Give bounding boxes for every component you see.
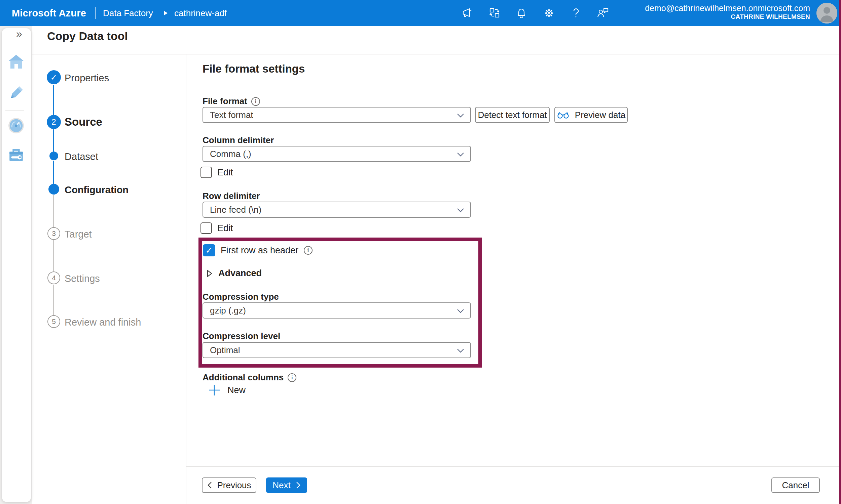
row-delimiter-dropdown[interactable]: Line feed (\n) [203,202,471,218]
manage-toolbox-icon[interactable] [7,146,25,164]
chevron-right-icon [295,482,301,489]
add-new-column-button[interactable]: New [208,384,245,396]
account-email: demo@cathrinewilhelmsen.onmicrosoft.com [645,3,810,13]
file-format-value: Text format [210,110,253,120]
breadcrumb-resource[interactable]: cathrinew-adf [174,0,227,26]
help-icon[interactable] [569,6,583,20]
cancel-button[interactable]: Cancel [771,478,820,493]
step-dataset-marker[interactable] [49,151,58,160]
compression-type-value: gzip (.gz) [210,305,246,316]
copy-data-tool-screen: Microsoft Azure Data Factory cathrinew-a… [0,0,841,504]
settings-gear-icon[interactable] [542,6,556,20]
glasses-icon [557,111,570,119]
row-delimiter-edit-checkbox[interactable]: Edit [201,222,233,234]
step-connector [53,285,54,316]
step-properties-label[interactable]: Properties [65,73,109,84]
chevron-down-icon [457,152,464,157]
compression-type-label: Compression type [203,292,279,302]
chevron-down-icon [457,309,464,313]
step-review-label: Review and finish [65,317,141,328]
chevron-down-icon [457,348,464,353]
step-target-label: Target [65,229,92,240]
next-button[interactable]: Next [266,478,307,493]
chevron-down-icon [457,208,464,213]
step-dataset-label[interactable]: Dataset [65,151,98,162]
checkbox-unchecked[interactable] [201,222,212,234]
annotation-edge-line [839,0,841,504]
home-icon[interactable] [7,53,25,71]
title-divider [32,54,841,54]
first-row-as-header-checkbox[interactable]: ✓ First row as header i [203,244,312,256]
footer-divider [186,466,841,467]
step-properties-marker[interactable]: ✓ [47,70,61,84]
step-configuration-marker[interactable] [49,184,59,195]
breadcrumb-arrow-icon [164,11,168,16]
row-delimiter-value: Line feed (\n) [210,205,261,215]
column-delimiter-edit-checkbox[interactable]: Edit [201,167,233,178]
detect-text-format-button[interactable]: Detect text format [475,107,550,123]
additional-columns-label: Additional columns i [203,372,296,383]
rail-divider [5,110,24,110]
compression-level-dropdown[interactable]: Optimal [203,342,471,358]
step-source-label[interactable]: Source [65,115,102,128]
info-icon[interactable]: i [304,246,312,255]
info-icon[interactable]: i [251,97,260,106]
step-source-marker[interactable]: 2 [47,115,61,129]
step-connector [53,161,54,184]
column-delimiter-dropdown[interactable]: Comma (,) [203,146,471,162]
step-review-marker: 5 [48,315,60,328]
breadcrumb-section[interactable]: Data Factory [103,0,153,26]
column-delimiter-value: Comma (,) [210,149,251,159]
step-target-marker: 3 [48,227,60,240]
step-settings-marker: 4 [48,271,60,284]
file-format-label: File format i [203,96,260,107]
azure-brand[interactable]: Microsoft Azure [12,0,86,26]
step-connector [53,129,54,152]
step-connector [53,240,54,272]
azure-top-bar: Microsoft Azure Data Factory cathrinew-a… [0,0,841,26]
step-configuration-label[interactable]: Configuration [65,184,128,196]
feedback-icon[interactable] [596,6,610,20]
checkbox-checked[interactable]: ✓ [203,244,215,256]
topbar-divider [95,7,96,19]
steps-divider [186,54,186,504]
account-info[interactable]: demo@cathrinewilhelmsen.onmicrosoft.com … [645,3,810,21]
directory-switch-icon[interactable] [488,6,501,20]
plus-icon [208,384,221,396]
step-connector [53,85,54,115]
expander-triangle-icon [207,270,212,277]
chevron-left-icon [207,482,212,489]
step-settings-label: Settings [65,273,100,284]
chevron-down-icon [457,113,464,118]
step-connector [53,195,54,228]
avatar[interactable] [817,3,837,23]
form-heading: File format settings [203,62,305,75]
previous-button[interactable]: Previous [202,478,256,493]
page-title: Copy Data tool [47,30,128,43]
preview-data-button[interactable]: Preview data [554,107,628,123]
compression-level-value: Optimal [210,345,240,356]
expand-sidebar-icon[interactable]: » [16,28,22,39]
compression-level-label: Compression level [203,331,280,341]
megaphone-icon[interactable] [461,6,474,20]
monitor-gauge-icon[interactable] [7,117,25,134]
column-delimiter-label: Column delimiter [203,135,274,145]
author-pencil-icon[interactable] [7,84,25,102]
compression-type-dropdown[interactable]: gzip (.gz) [203,302,471,319]
notifications-bell-icon[interactable] [515,6,528,20]
info-icon[interactable]: i [288,373,296,382]
checkbox-unchecked[interactable] [201,167,212,178]
row-delimiter-label: Row delimiter [203,191,260,201]
account-name: CATHRINE WILHELMSEN [645,13,810,21]
advanced-expander[interactable]: Advanced [207,268,262,278]
file-format-dropdown[interactable]: Text format [203,107,471,123]
